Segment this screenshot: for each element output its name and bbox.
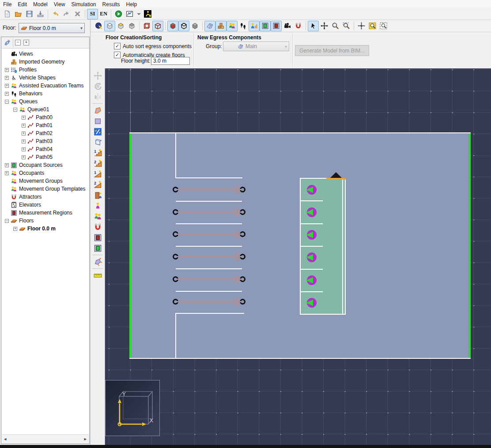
expand-icon[interactable]: + [5,68,9,72]
path-start-point[interactable] [173,231,178,237]
path-end-point[interactable] [240,209,246,215]
units-si-button[interactable]: SI [87,9,98,19]
view-cube-side-button[interactable] [126,21,137,31]
measurement-region-tool-button[interactable] [92,232,103,243]
tree-item-path04[interactable]: +Path04 [1,145,89,153]
show-solid-button[interactable] [189,21,200,31]
tree-item-behaviors[interactable]: +Behaviors [1,90,89,98]
tree-item-occupant-sources[interactable]: +Occupant Sources [1,161,89,169]
path-start-point[interactable] [173,209,178,215]
expand-icon[interactable]: + [13,227,17,231]
path-start-point[interactable] [173,299,178,305]
expand-icon[interactable]: + [22,124,26,128]
expand-icon[interactable]: + [5,171,9,175]
model-canvas[interactable]: Y X [105,68,491,445]
save-file-button[interactable] [24,9,35,19]
tree-item-assisted-evacuation-teams[interactable]: +Assisted Evacuation Teams [1,82,89,90]
queue-path-path05[interactable] [173,297,246,307]
tree-item-vehicle-shapes[interactable]: +♿Vehicle Shapes [1,74,89,82]
expand-icon[interactable]: + [22,155,26,159]
group-dropdown[interactable]: Main ▾ [223,41,289,51]
tree-item-path03[interactable]: +Path03 [1,137,89,145]
undo-button[interactable] [50,9,61,19]
collapse-icon[interactable]: − [5,219,9,223]
tree-item-path00[interactable]: +Path00 [1,113,89,121]
tree-item-floors[interactable]: −Floors [1,217,89,225]
path-end-point[interactable] [240,276,246,282]
menu-file[interactable]: File [0,0,15,8]
menu-results[interactable]: Results [99,0,123,8]
menu-model[interactable]: Model [30,0,51,8]
queue-path-path01[interactable] [173,207,246,218]
tree-item-movement-group-templates[interactable]: Movement Group Templates [1,185,89,193]
queue-path-path02[interactable] [173,229,246,240]
tree-item-imported-geometry[interactable]: Imported Geometry [1,58,89,66]
mirror-objects-tool-button[interactable] [92,91,103,102]
queue-path-path00[interactable] [173,184,246,195]
ramp-tool-2-button[interactable]: 2 [92,179,103,190]
measure-tool-button[interactable] [92,270,103,281]
expand-icon[interactable]: + [22,116,26,120]
polygon-room-tool-button[interactable] [92,105,103,116]
run-simulation-button[interactable] [113,9,124,19]
expand-icon[interactable]: + [22,132,26,136]
scroll-left-icon[interactable]: ◂ [4,436,7,442]
rotate-objects-tool-button[interactable] [92,81,103,91]
auto-create-floors-checkbox[interactable]: ✓ [114,52,121,58]
room-door[interactable] [326,178,346,180]
occupant-marker[interactable] [307,252,317,262]
show-imported-geometry-button[interactable] [204,21,215,31]
tree-item-measurement-regions[interactable]: Measurement Regions [1,209,89,217]
menu-edit[interactable]: Edit [15,0,30,8]
path-start-point[interactable] [173,187,178,192]
path-end-point[interactable] [240,231,246,237]
floor-height-input[interactable]: 3.0 m [151,57,190,65]
show-attractors-button[interactable] [293,21,304,31]
zoom-tool-button[interactable] [330,21,341,31]
queue-path-path03[interactable] [173,252,246,262]
collapse-icon[interactable]: − [5,100,9,104]
tree-item-path05[interactable]: +Path05 [1,153,89,161]
collapse-all-button[interactable]: − [15,40,21,45]
hide-exterior-button[interactable] [167,21,178,31]
occupant-marker[interactable] [307,275,317,285]
orbit-view-button[interactable] [93,21,104,31]
view-cube-front-button[interactable] [115,21,126,31]
queue-path-path04[interactable] [173,274,246,285]
door-tool-button[interactable] [92,190,103,200]
tree-item-movement-groups[interactable]: Movement Groups [1,177,89,185]
pan-tool-button[interactable] [319,21,330,31]
path-end-point[interactable] [240,187,246,192]
import-file-button[interactable] [35,9,46,19]
new-file-button[interactable] [2,9,13,19]
tree-item-queues[interactable]: −Queues [1,98,89,105]
expand-icon[interactable]: + [5,84,9,88]
tree-item-path02[interactable]: +Path02 [1,129,89,137]
tree-item-path01[interactable]: +Path01 [1,121,89,129]
expand-icon[interactable]: + [5,76,9,80]
expand-icon[interactable]: + [22,147,26,151]
tree-item-floor-0-0-m[interactable]: +Floor 0.0 m [1,225,89,233]
wall-tool-button[interactable] [92,137,103,147]
expand-icon[interactable]: + [22,139,26,143]
occupant-marker[interactable] [307,185,317,195]
collapse-icon[interactable]: − [13,108,17,112]
tree-item-profiles[interactable]: +Profiles [1,66,89,74]
show-occupant-sources-button[interactable] [260,21,271,31]
plot-results-dropdown-button[interactable] [135,9,142,19]
open-wireframe-mode-button[interactable] [152,21,163,31]
group-by-icon-button[interactable] [4,39,11,46]
open-file-button[interactable] [13,9,24,19]
tree-horizontal-scrollbar[interactable]: ◂ ▸ [2,434,89,443]
path-end-point[interactable] [240,254,246,260]
menu-view[interactable]: View [51,0,68,8]
path-start-point[interactable] [173,276,178,282]
show-cameras-button[interactable] [282,21,293,31]
select-tool-button[interactable] [308,21,319,31]
tree-item-views[interactable]: Views [1,50,89,58]
scroll-right-icon[interactable]: ▸ [84,436,87,442]
expand-all-button[interactable]: + [23,40,29,45]
show-obstructions-button[interactable] [215,21,227,31]
rectangle-room-tool-button[interactable] [92,116,103,126]
zoom-box-tool-button[interactable] [341,21,352,31]
